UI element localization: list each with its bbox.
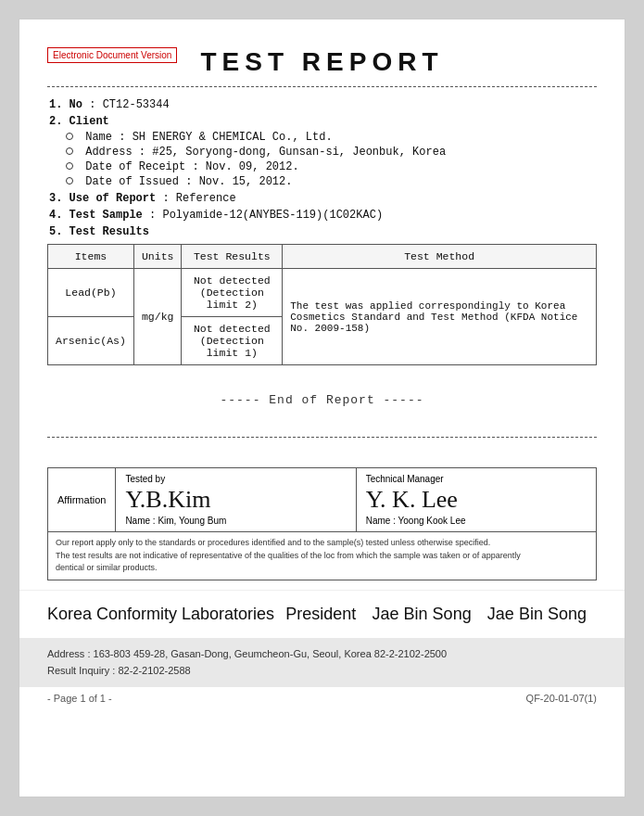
receipt-label: Date of Receipt	[85, 160, 185, 173]
tech-manager-signature: Y. K. Lee	[366, 486, 587, 514]
result-lead: Not detected(Detection limit 2)	[182, 269, 283, 317]
tech-manager-cell: Technical Manager Y. K. Lee Name : Yoong…	[357, 468, 596, 531]
field-results: 5. Test Results	[47, 225, 597, 238]
units-cell: mg/kg	[133, 269, 182, 365]
bullet-icon	[66, 162, 73, 170]
address-value: #25, Soryong-dong, Gunsan-si, Jeonbuk, K…	[152, 146, 446, 159]
bullet-icon	[66, 177, 73, 185]
page-info: - Page 1 of 1 -	[47, 693, 112, 704]
no-colon: :	[89, 98, 102, 111]
affirmation-cell: Affirmation	[48, 468, 116, 531]
field-no: 1. No : CT12-53344	[47, 98, 597, 111]
field-client: 2. Client Name : SH ENERGY & CHEMICAL Co…	[47, 115, 597, 188]
disclaimer-line2: The test results are not indicative of r…	[56, 550, 588, 563]
name-label: Name	[85, 131, 112, 144]
disclaimer-line3: dentical or similar products.	[56, 562, 588, 575]
address-label: Address	[85, 146, 132, 159]
main-content: 1. No : CT12-53344 2. Client Name : SH E…	[47, 86, 597, 438]
item-lead: Lead(Pb)	[48, 269, 134, 317]
issued-label: Date of Issued	[85, 175, 179, 188]
name-value: SH ENERGY & CHEMICAL Co., Ltd.	[133, 131, 333, 144]
disclaimer: Our report apply only to the standards o…	[48, 532, 596, 580]
issued-value: Nov. 15, 2012.	[199, 175, 293, 188]
col-method: Test Method	[283, 245, 597, 269]
electronic-badge: Electronic Document Version	[47, 47, 177, 63]
method-cell: The test was applied correspondingly to …	[283, 269, 597, 365]
address-line: Address : 163-803 459-28, Gasan-Dong, Ge…	[47, 645, 597, 663]
page-footer: - Page 1 of 1 - QF-20-01-07(1)	[19, 687, 625, 708]
results-label: 5. Test Results	[49, 225, 149, 238]
tested-by-cell: Tested by Y.B.Kim Name : Kim, Young Bum	[116, 468, 356, 531]
table-row: Lead(Pb) mg/kg Not detected(Detection li…	[48, 269, 597, 317]
bullet-icon	[66, 147, 73, 155]
client-label: 2. Client	[49, 115, 109, 128]
result-inquiry-line: Result Inquiry : 82-2-2102-2588	[47, 662, 597, 680]
affirmation-label: Affirmation	[57, 494, 106, 505]
tested-by-signature: Y.B.Kim	[125, 486, 346, 514]
client-name: Name : SH ENERGY & CHEMICAL Co., Ltd.	[47, 131, 597, 144]
item-arsenic: Arsenic(As)	[48, 317, 134, 365]
bullet-icon	[66, 133, 73, 140]
kcl-org-name: Korea Conformity Laboratories	[47, 605, 274, 623]
sample-label: 4. Test Sample	[49, 209, 143, 222]
president-name: Jae Bin Song	[373, 605, 472, 623]
no-label: 1. No	[49, 98, 82, 111]
tested-by-name: Name : Kim, Young Bum	[125, 516, 346, 526]
president-label: President	[281, 605, 365, 623]
disclaimer-line1: Our report apply only to the standards o…	[56, 537, 588, 550]
tested-by-label: Tested by	[125, 474, 346, 484]
end-of-report: ----- End of Report -----	[47, 393, 597, 407]
col-units: Units	[133, 245, 182, 269]
document-page: Electronic Document Version TEST REPORT …	[19, 19, 625, 797]
header-area: Electronic Document Version TEST REPORT	[47, 47, 597, 77]
kcl-section: Korea Conformity Laboratories President …	[19, 590, 625, 638]
president-signature: Jae Bin Song	[487, 605, 587, 623]
sample-value: Polyamide-12(ANYBES-119)(1C02KAC)	[162, 209, 383, 222]
tech-manager-label: Technical Manager	[366, 474, 587, 484]
footer-box: Affirmation Tested by Y.B.Kim Name : Kim…	[47, 467, 597, 580]
field-use: 3. Use of Report : Reference	[47, 192, 597, 205]
no-value: CT12-53344	[103, 98, 170, 111]
client-address: Address : #25, Soryong-dong, Gunsan-si, …	[47, 146, 597, 159]
col-items: Items	[48, 245, 134, 269]
results-table: Items Units Test Results Test Method Lea…	[47, 244, 597, 365]
use-label: 3. Use of Report	[49, 192, 156, 205]
address-bar: Address : 163-803 459-28, Gasan-Dong, Ge…	[19, 638, 625, 687]
doc-code: QF-20-01-07(1)	[526, 693, 597, 704]
receipt-value: Nov. 09, 2012.	[206, 160, 299, 173]
tech-manager-name: Name : Yoong Kook Lee	[366, 516, 587, 526]
client-issued: Date of Issued : Nov. 15, 2012.	[47, 175, 597, 188]
client-receipt: Date of Receipt : Nov. 09, 2012.	[47, 160, 597, 173]
field-sample: 4. Test Sample : Polyamide-12(ANYBES-119…	[47, 209, 597, 222]
use-value: Reference	[176, 192, 236, 205]
col-results: Test Results	[182, 245, 283, 269]
footer-top: Affirmation Tested by Y.B.Kim Name : Kim…	[48, 468, 596, 532]
result-arsenic: Not detected(Detection limit 1)	[182, 317, 283, 365]
